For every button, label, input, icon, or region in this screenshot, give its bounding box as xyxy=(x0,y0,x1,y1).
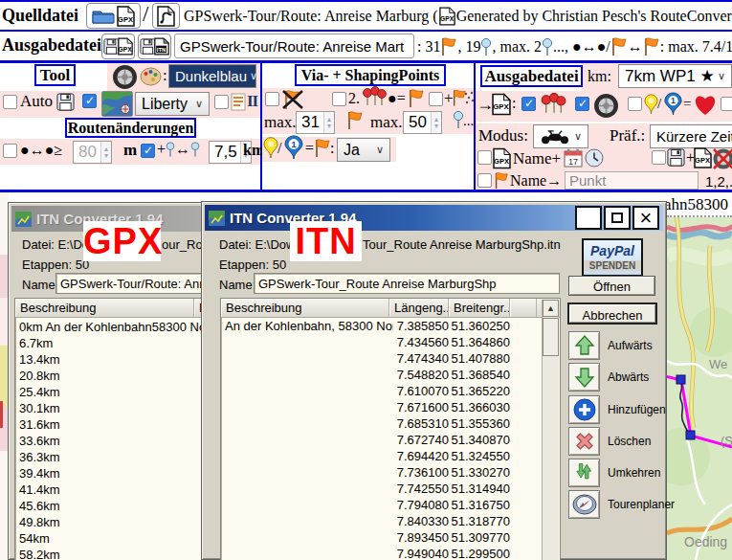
table-row[interactable]: 7.47434051.407880 xyxy=(221,350,560,367)
ausgabedatei-label: Ausgabedatei xyxy=(2,35,101,56)
open-gpx-button[interactable]: GPX xyxy=(86,3,141,29)
save-gpx-button[interactable]: GPX xyxy=(101,34,135,59)
itn-table-header[interactable]: Beschreibung Längeng... Breitengr... xyxy=(221,299,560,318)
plus-icon xyxy=(573,398,596,421)
calendar-icon: 17 xyxy=(564,148,583,168)
list-icon xyxy=(231,93,246,111)
move-down-button[interactable] xyxy=(568,363,600,392)
modus-select[interactable]: ∨ xyxy=(533,124,588,148)
table-row[interactable]: 7.89345051.309770 xyxy=(221,529,560,546)
scroll-up-icon[interactable]: ▲ xyxy=(543,300,559,317)
svg-text:GPX: GPX xyxy=(440,15,455,22)
km-select[interactable]: 7km WP1 ★∨ xyxy=(618,64,732,88)
column-header xyxy=(510,299,537,317)
scroll-thumb[interactable] xyxy=(543,318,559,356)
table-row[interactable]: 7.73610051.330270 xyxy=(221,464,560,481)
column-header[interactable]: Breitengr... xyxy=(449,299,510,317)
table-row[interactable]: 7.79408051.316750 xyxy=(221,497,560,513)
column-header[interactable]: Beschreibung xyxy=(15,299,194,317)
heart-icon xyxy=(693,94,718,116)
flag-icon xyxy=(408,88,425,108)
blue-pin-icon: 1 xyxy=(283,135,304,160)
crossed-tire-icon xyxy=(712,147,732,170)
move-up-button[interactable] xyxy=(568,331,600,360)
tire-icon xyxy=(112,64,138,90)
auto-checkbox[interactable] xyxy=(3,95,17,109)
red-pins-icon xyxy=(539,93,567,118)
table-row[interactable]: 7.84033051.318770 xyxy=(221,513,560,529)
tour-planner-button[interactable] xyxy=(568,490,600,519)
gpx-file-icon: GPX xyxy=(439,7,455,26)
style-select[interactable]: Liberty∨ xyxy=(135,92,210,116)
summary-text-2: , 19 xyxy=(457,38,480,56)
table-row[interactable]: 7.67274051.340870 xyxy=(221,432,560,448)
table-row[interactable]: 7.94904051.299500 xyxy=(221,546,560,560)
cancel-button[interactable]: Abbrechen xyxy=(567,302,657,325)
tool-panel-title: Tool xyxy=(34,64,76,86)
output-filename-input[interactable]: GPSwerk-Tour/Route: Anreise Mart xyxy=(174,34,414,58)
ja-select[interactable]: Ja∨ xyxy=(337,138,390,162)
table-row[interactable]: 7.67160051.366030 xyxy=(221,399,560,415)
color-select[interactable]: Dunkelblau∨ xyxy=(168,64,256,88)
quelldatei-label: Quelldatei xyxy=(2,6,78,26)
column-header[interactable]: Beschreibung xyxy=(221,299,389,317)
second-checkbox[interactable] xyxy=(332,92,346,106)
table-row[interactable]: 7.61007051.365220 xyxy=(221,383,560,399)
maximize-button[interactable] xyxy=(604,206,631,230)
punkt-input[interactable]: Punkt xyxy=(565,171,699,190)
delete-button[interactable] xyxy=(568,427,600,456)
route-file-button[interactable] xyxy=(152,3,180,29)
map-checkbox[interactable] xyxy=(82,94,97,108)
add-button[interactable] xyxy=(568,395,600,424)
save-gpx-checkbox[interactable] xyxy=(652,150,666,165)
reverse-button[interactable] xyxy=(568,459,600,487)
save-itn-button[interactable]: ITN xyxy=(138,34,171,59)
min-distance-spinner[interactable]: 80▴▾ xyxy=(73,141,112,164)
praef-select[interactable]: Kürzere Zeit xyxy=(650,124,732,148)
itn-converter-window: ITN Converter 1.94 _ × Datei: E:\Downlo … xyxy=(201,201,667,560)
map[interactable]: We (S Oeding xyxy=(667,217,732,560)
table-row[interactable]: 7.54882051.368540 xyxy=(221,367,560,383)
list-checkbox[interactable] xyxy=(214,95,229,109)
max-shaping-spinner[interactable]: 50▴▾ xyxy=(403,111,442,134)
map-style-button[interactable] xyxy=(101,91,133,117)
plus-pins-checkbox[interactable] xyxy=(721,97,732,111)
no-via-checkbox[interactable] xyxy=(265,92,279,106)
yellow-pin-icon xyxy=(644,94,658,115)
floppy-icon xyxy=(667,148,685,167)
source-text-2: Generated by Christian Pesch's RouteConv… xyxy=(456,8,732,25)
close-button[interactable]: × xyxy=(632,206,659,230)
spinner-arrows-icon[interactable]: ▴▾ xyxy=(431,112,441,133)
flag-name-checkbox[interactable] xyxy=(477,173,492,188)
spinner-arrows-icon[interactable]: ▴▾ xyxy=(323,112,334,133)
table-row[interactable]: 7.69442051.324550 xyxy=(221,448,560,464)
pause-glyph: II xyxy=(247,92,257,111)
flag-icon xyxy=(493,171,510,190)
spinner-arrows-icon[interactable]: ▴▾ xyxy=(100,142,111,163)
itn-table[interactable]: Beschreibung Längeng... Breitengr... An … xyxy=(220,298,561,560)
table-row[interactable]: 7.43456051.364860 xyxy=(221,334,560,350)
red-pins-icon xyxy=(361,86,388,110)
max-via-spinner[interactable]: 31▴▾ xyxy=(296,111,335,134)
plus-flag-checkbox[interactable] xyxy=(429,92,443,106)
tire-checkbox[interactable] xyxy=(575,97,589,111)
name-input[interactable]: GPSwerk-Tour_Route Anreise MarburgShp xyxy=(254,273,560,294)
scrollbar[interactable]: ▲ xyxy=(542,300,559,560)
favorites-checkbox[interactable] xyxy=(628,97,642,111)
table-row[interactable]: 7.74255051.314940 xyxy=(221,481,560,497)
gpx-name-checkbox[interactable] xyxy=(477,150,492,165)
name-label: Name: xyxy=(219,278,255,292)
min-distance-checkbox[interactable] xyxy=(3,144,17,158)
minimize-button[interactable]: _ xyxy=(575,206,602,230)
paypal-button[interactable]: PayPal SPENDEN xyxy=(582,238,643,277)
column-header[interactable]: Längeng... xyxy=(389,299,449,317)
itn-window-titlebar[interactable]: ITN Converter 1.94 _ × xyxy=(205,205,663,231)
table-row[interactable]: An der Kohlenbahn, 58300 Nordrh...7.3858… xyxy=(221,318,560,334)
compass-icon xyxy=(572,493,597,516)
pins-checkbox[interactable] xyxy=(521,97,536,111)
table-row[interactable]: 7.68531051.355360 xyxy=(221,415,560,432)
chevron-down-icon: ∨ xyxy=(571,130,585,143)
open-button[interactable]: Öffnen xyxy=(568,276,655,296)
equals-text: = xyxy=(305,140,314,157)
add-points-checkbox[interactable] xyxy=(141,144,155,158)
